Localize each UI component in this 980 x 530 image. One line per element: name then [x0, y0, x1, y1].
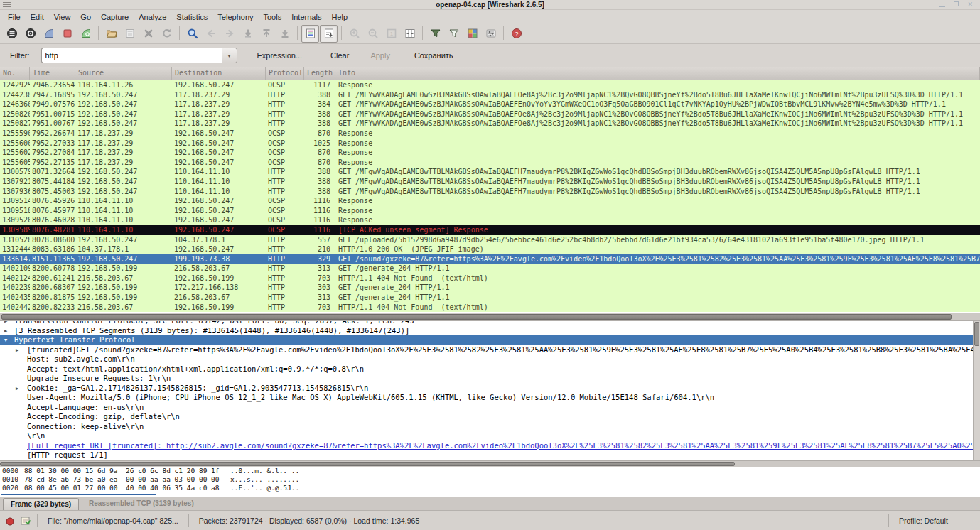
packet-row[interactable]: 13005798071.326646192.168.50.247110.164.… — [0, 167, 980, 177]
packet-row[interactable]: 14021248200.612414216.58.203.67192.168.5… — [0, 274, 980, 283]
detail-line[interactable]: [HTTP request 1/1] — [0, 450, 980, 460]
packet-row[interactable]: 14024358200.818750192.168.50.199216.58.2… — [0, 293, 980, 303]
packet-row[interactable]: 12556027952.270844117.18.237.29192.168.5… — [0, 148, 980, 158]
goto-last-icon[interactable] — [276, 25, 294, 43]
open-file-icon[interactable] — [102, 25, 120, 43]
restart-capture-icon[interactable] — [77, 25, 95, 43]
tree-collapsed-icon[interactable]: ▶ — [4, 327, 7, 336]
tree-expanded-icon[interactable]: ▼ — [4, 336, 7, 345]
packet-row[interactable]: 13105288078.086008192.168.50.247104.37.1… — [0, 235, 980, 245]
menu-capture[interactable]: Capture — [96, 11, 134, 23]
packet-row[interactable]: 13095188076.459772110.164.11.10192.168.5… — [0, 206, 980, 216]
packet-row[interactable]: 12508207951.007158192.168.50.247117.18.2… — [0, 109, 980, 119]
filter-input[interactable] — [41, 48, 222, 63]
column-header-info[interactable]: Info — [335, 67, 980, 80]
packet-row[interactable]: 12508277951.007670192.168.50.247117.18.2… — [0, 119, 980, 129]
maximize-icon[interactable] — [954, 1, 959, 6]
capture-filters-icon[interactable] — [426, 25, 444, 43]
autoscroll-icon[interactable] — [320, 25, 338, 43]
reload-icon[interactable] — [158, 25, 176, 43]
zoom-in-icon[interactable] — [345, 25, 363, 43]
packet-row[interactable]: 14024428200.822332216.58.203.67192.168.5… — [0, 303, 980, 313]
display-filters-icon[interactable] — [445, 25, 463, 43]
preferences-icon[interactable] — [482, 25, 500, 43]
expert-info-icon[interactable] — [4, 515, 16, 526]
packet-row[interactable]: 13361478151.113652192.168.50.247199.193.… — [0, 254, 980, 264]
detail-line[interactable]: Accept: text/html,application/xhtml+xml,… — [0, 364, 980, 374]
save-file-icon[interactable] — [121, 25, 139, 43]
detail-line[interactable]: ▼Hypertext Transfer Protocol — [0, 335, 980, 345]
save-filter-button[interactable]: Сохранить — [410, 48, 458, 63]
tab-reassembled-tcp[interactable]: Reassembled TCP (3139 bytes) — [82, 498, 201, 510]
clear-button[interactable]: Clear — [326, 48, 353, 63]
interfaces-icon[interactable] — [3, 25, 21, 43]
stop-capture-icon[interactable] — [58, 25, 76, 43]
column-header-protocol[interactable]: Protocol — [266, 67, 304, 80]
menu-edit[interactable]: Edit — [26, 11, 49, 23]
column-header-length[interactable]: Length — [304, 67, 335, 80]
scrollbar-handle[interactable] — [0, 462, 735, 466]
packet-row[interactable]: 13095208076.460284110.164.11.10192.168.5… — [0, 215, 980, 225]
column-header-destination[interactable]: Destination — [172, 67, 266, 80]
zoom-out-icon[interactable] — [364, 25, 382, 43]
hex-row[interactable]: 002008 00 45 00 01 27 00 00 40 00 40 06 … — [0, 484, 980, 492]
status-profile[interactable]: Profile: Default — [889, 517, 980, 525]
menu-analyze[interactable]: Analyze — [134, 11, 171, 23]
detail-line[interactable]: Host: sub2.avgle.com\r\n — [0, 355, 980, 364]
hex-row[interactable]: 001078 cd 8e a6 73 be a0 ea 00 00 aa aa … — [0, 475, 980, 484]
capture-options-icon[interactable] — [21, 25, 39, 43]
packet-row[interactable]: 13095148076.459262110.164.11.10192.168.5… — [0, 196, 980, 206]
detail-line[interactable]: Accept-Encoding: gzip, deflate\r\n — [0, 412, 980, 422]
packet-row[interactable]: 12442387947.168950192.168.50.247117.18.2… — [0, 90, 980, 100]
detail-line[interactable]: ▶[truncated]GET /sound?gxzeke=87&refer=h… — [0, 345, 980, 355]
resize-columns-icon[interactable] — [401, 25, 419, 43]
menu-telephony[interactable]: Telephony — [212, 11, 258, 23]
menu-help[interactable]: Help — [326, 11, 352, 23]
hex-row[interactable]: 000088 01 30 00 00 15 6d 9a 26 c0 6c 8d … — [0, 467, 980, 475]
column-header-time[interactable]: Time — [30, 67, 75, 80]
menu-file[interactable]: File — [3, 11, 26, 23]
packet-row[interactable]: 13095898076.482814110.164.11.10192.168.5… — [0, 225, 980, 235]
detail-line[interactable]: ▶Cookie: _ga=GA1.2.1714826137.1545826815… — [0, 384, 980, 394]
packet-row[interactable]: 12463607949.075766192.168.50.247117.18.2… — [0, 99, 980, 109]
tab-frame[interactable]: Frame (329 bytes) — [3, 498, 79, 510]
packet-row[interactable]: 13079368075.450036192.168.50.247110.164.… — [0, 187, 980, 197]
close-icon[interactable]: ✕ — [967, 1, 973, 8]
zoom-original-icon[interactable]: 1 — [382, 25, 400, 43]
tree-collapsed-icon[interactable]: ▶ — [16, 384, 18, 394]
close-file-icon[interactable] — [139, 25, 157, 43]
coloring-rules-icon[interactable] — [463, 25, 481, 43]
packet-row[interactable]: 12556007952.270332117.18.237.29192.168.5… — [0, 139, 980, 148]
detail-line[interactable]: \r\n — [0, 431, 980, 441]
start-capture-icon[interactable] — [40, 25, 58, 43]
menu-statistics[interactable]: Statistics — [171, 11, 212, 23]
goto-first-icon[interactable] — [257, 25, 275, 43]
details-vscrollbar[interactable] — [973, 321, 980, 460]
packet-list-hscrollbar[interactable] — [0, 313, 980, 321]
go-back-icon[interactable] — [202, 25, 220, 43]
packet-row[interactable]: 12555907952.266748117.18.237.29192.168.5… — [0, 129, 980, 139]
tree-collapsed-icon[interactable]: ▶ — [16, 346, 18, 355]
find-packet-icon[interactable] — [183, 25, 201, 43]
menu-go[interactable]: Go — [75, 11, 96, 23]
goto-packet-icon[interactable] — [239, 25, 257, 43]
detail-line[interactable]: ▶[3 Reassembled TCP Segments (3139 bytes… — [0, 326, 980, 336]
menu-internals[interactable]: Internals — [286, 11, 326, 23]
scrollbar-handle[interactable] — [1, 314, 952, 320]
apply-button[interactable]: Apply — [366, 48, 394, 63]
packet-row[interactable]: 13124448083.631868104.37.178.1192.168.50… — [0, 244, 980, 254]
packet-row[interactable]: 12556057952.271358117.18.237.29192.168.5… — [0, 158, 980, 168]
help-icon[interactable]: ? — [507, 25, 525, 43]
packet-row[interactable]: 12429257946.236542110.164.11.26192.168.5… — [0, 80, 980, 90]
packet-row[interactable]: 13079218075.441846192.168.50.247110.164.… — [0, 177, 980, 187]
scrollbar-handle[interactable] — [974, 322, 979, 346]
minimize-icon[interactable] — [939, 6, 945, 7]
column-header-source[interactable]: Source — [75, 67, 172, 80]
column-header-no[interactable]: No. — [0, 67, 30, 80]
detail-line[interactable]: [Full request URI [truncated]: http://su… — [0, 441, 980, 451]
details-hscrollbar[interactable] — [0, 460, 980, 467]
menu-tools[interactable]: Tools — [259, 11, 287, 23]
go-forward-icon[interactable] — [220, 25, 238, 43]
detail-line[interactable]: Connection: keep-alive\r\n — [0, 422, 980, 432]
detail-line[interactable]: Upgrade-Insecure-Requests: 1\r\n — [0, 374, 980, 384]
